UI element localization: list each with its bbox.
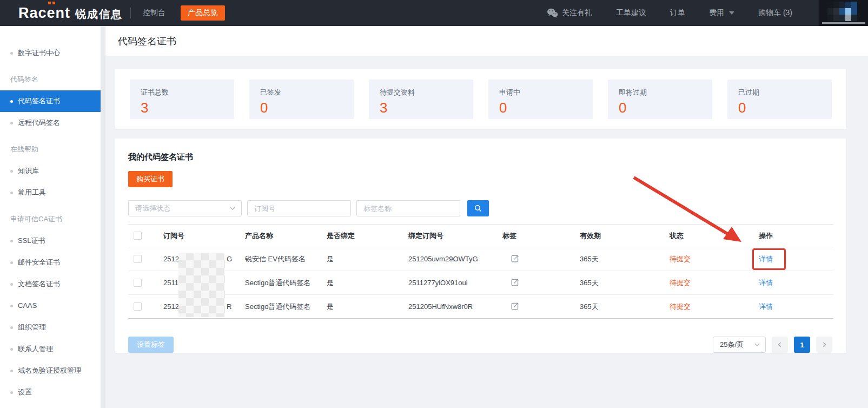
next-page-button[interactable] — [816, 337, 832, 353]
privacy-blur-mosaic — [178, 253, 225, 317]
search-icon — [474, 204, 482, 213]
nav-item-orders[interactable]: 订单 — [670, 8, 685, 18]
sidebar-item-org-management[interactable]: 组织管理 — [0, 317, 101, 338]
pagination: 25条/页 1 — [713, 337, 832, 353]
sidebar: 数字证书中心 代码签名 代码签名证书 远程代码签名 在线帮助 知识库 常用工具 … — [0, 26, 101, 408]
sidebar-item-knowledge-base[interactable]: 知识库 — [0, 160, 101, 182]
sidebar-item-settings[interactable]: 设置 — [0, 381, 101, 403]
sidebar-item-caas[interactable]: CAAS — [0, 295, 101, 317]
tag-name-input[interactable] — [356, 200, 460, 216]
sidebar-item-remote-code-signing[interactable]: 远程代码签名 — [0, 112, 101, 134]
stats-card: 证书总数 3 已签发 0 待提交资料 3 申请中 0 即将过期 0 已过期 0 — [115, 69, 846, 129]
sidebar-item-digital-cert-center[interactable]: 数字证书中心 — [0, 42, 101, 64]
annotation-highlight-box — [752, 248, 786, 270]
wechat-icon — [547, 8, 558, 18]
sidebar-scrollbar[interactable] — [101, 26, 105, 408]
nav-item-cart[interactable]: 购物车 (3) — [758, 8, 792, 18]
nav-item-console[interactable]: 控制台 — [143, 8, 165, 18]
row-checkbox[interactable] — [134, 255, 142, 263]
caret-down-icon — [729, 11, 734, 15]
top-navbar: Racent 锐成信息 控制台 产品总览 关注有礼 工单建议 订单 费用 购物车… — [0, 0, 868, 26]
section-title: 我的代码签名证书 — [128, 152, 193, 162]
sidebar-item-domain-auth-management[interactable]: 域名免验证授权管理 — [0, 360, 101, 381]
racent-logo[interactable]: Racent 锐成信息 — [18, 5, 123, 22]
logo-text: Racent — [18, 5, 70, 22]
sidebar-item-email-cert[interactable]: 邮件安全证书 — [0, 252, 101, 273]
stat-total-certs: 证书总数 3 — [130, 80, 234, 119]
set-tag-button[interactable]: 设置标签 — [128, 337, 174, 353]
chevron-right-icon — [821, 341, 827, 348]
edit-tag-icon[interactable] — [511, 256, 519, 264]
search-button[interactable] — [467, 200, 489, 216]
nav-item-product-overview[interactable]: 产品总览 — [181, 5, 225, 21]
nav-item-ticket-suggest[interactable]: 工单建议 — [616, 8, 646, 18]
page-size-select[interactable]: 25条/页 — [713, 337, 766, 353]
table-row: 2512G 锐安信 EV代码签名 是 251205uvm29OWTyG 365天… — [128, 247, 833, 271]
status-badge: 待提交 — [664, 278, 753, 288]
certificates-table: 订阅号 产品名称 是否绑定 绑定订阅号 标签 有效期 状态 操作 2512G 锐… — [128, 224, 833, 319]
page-title: 代码签名证书 — [118, 26, 176, 56]
sidebar-item-code-signing-cert[interactable]: 代码签名证书 — [0, 90, 101, 112]
sidebar-item-common-tools[interactable]: 常用工具 — [0, 182, 101, 203]
sidebar-section-apply-ca-cert: 申请可信CA证书 — [0, 208, 101, 230]
sidebar-item-doc-signing-cert[interactable]: 文档签名证书 — [0, 273, 101, 295]
table-header-row: 订阅号 产品名称 是否绑定 绑定订阅号 标签 有效期 状态 操作 — [128, 224, 833, 247]
certificates-card: 我的代码签名证书 购买证书 请选择状态 订阅号 产品名称 是否绑定 绑定订阅号 … — [115, 139, 846, 353]
stat-pending-materials: 待提交资料 3 — [369, 80, 473, 119]
main-content: 代码签名证书 证书总数 3 已签发 0 待提交资料 3 申请中 0 即将过期 0… — [105, 26, 868, 408]
current-page-button[interactable]: 1 — [794, 337, 810, 353]
avatar-mosaic — [827, 2, 857, 21]
row-checkbox[interactable] — [134, 279, 142, 287]
select-all-checkbox[interactable] — [134, 232, 142, 240]
chevron-down-icon — [229, 205, 236, 212]
sidebar-section-code-signing: 代码签名 — [0, 69, 101, 90]
status-select[interactable]: 请选择状态 — [128, 200, 242, 216]
details-link[interactable]: 详情 — [759, 279, 773, 287]
stat-expired: 已过期 0 — [727, 80, 832, 119]
table-row: 2512R Sectigo普通代码签名 是 251205HUfNxw8r0R 3… — [128, 295, 833, 319]
nav-item-follow-gift[interactable]: 关注有礼 — [547, 8, 592, 18]
sidebar-item-ssl-cert[interactable]: SSL证书 — [0, 230, 101, 252]
prev-page-button[interactable] — [772, 337, 788, 353]
sidebar-item-contact-management[interactable]: 联系人管理 — [0, 338, 101, 360]
table-row: 2511 Sectigo普通代码签名 是 2511277ylOX91oui 36… — [128, 271, 833, 295]
user-avatar[interactable] — [819, 0, 868, 26]
avatar-underline — [822, 22, 865, 24]
nav-divider — [130, 8, 131, 18]
details-link[interactable]: 详情 — [759, 302, 773, 311]
buy-cert-button[interactable]: 购买证书 — [128, 171, 173, 187]
status-badge: 待提交 — [664, 302, 753, 312]
stat-issued: 已签发 0 — [249, 80, 354, 119]
filter-row: 请选择状态 — [128, 200, 489, 216]
row-checkbox[interactable] — [134, 302, 142, 311]
sidebar-section-online-help: 在线帮助 — [0, 139, 101, 160]
stat-expiring-soon: 即将过期 0 — [608, 80, 712, 119]
subscription-input[interactable] — [247, 200, 351, 216]
nav-item-billing[interactable]: 费用 — [709, 8, 734, 18]
edit-tag-icon[interactable] — [511, 304, 519, 312]
logo-text-cn: 锐成信息 — [75, 7, 123, 22]
chevron-left-icon — [777, 341, 783, 348]
edit-tag-icon[interactable] — [511, 280, 519, 288]
stat-applying: 申请中 0 — [488, 80, 593, 119]
page-header: 代码签名证书 — [105, 26, 868, 56]
status-badge: 待提交 — [664, 254, 753, 264]
chevron-down-icon — [754, 341, 760, 348]
